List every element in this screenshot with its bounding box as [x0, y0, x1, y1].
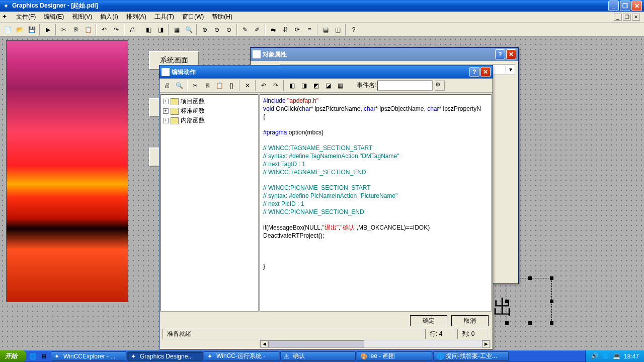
- fliph-button[interactable]: ⇋: [268, 24, 279, 35]
- system-tray[interactable]: 🔊 🌐 💻 18:47: [585, 350, 644, 362]
- start-button[interactable]: 开始: [0, 350, 26, 362]
- task-wincc-runtime[interactable]: ✦WinCC-运行系统 -: [204, 351, 279, 361]
- save-button[interactable]: 💾: [26, 24, 37, 35]
- open-button[interactable]: 📂: [14, 24, 25, 35]
- event-name-input[interactable]: [377, 81, 433, 91]
- close-button[interactable]: ✕: [631, 1, 642, 11]
- task-graphics-designer[interactable]: ✦Graphics Designe...: [127, 351, 203, 361]
- scroll-thumb[interactable]: [268, 340, 364, 347]
- act-delete-button[interactable]: ✕: [242, 80, 253, 91]
- help-button[interactable]: ?: [348, 24, 359, 35]
- task-confirm[interactable]: ⚠确认: [280, 351, 356, 361]
- act-tag3-button[interactable]: ◩: [310, 80, 321, 91]
- prop-close-button[interactable]: ✕: [506, 49, 516, 59]
- menu-window[interactable]: 窗口(W): [178, 12, 208, 22]
- tree-internal-functions[interactable]: +内部函数: [163, 116, 256, 125]
- selection-box[interactable]: [507, 278, 552, 323]
- mdi-minimize-button[interactable]: _: [614, 14, 622, 21]
- act-tag5-button[interactable]: ▦: [335, 80, 346, 91]
- code-hscroll[interactable]: ◀ ▶: [260, 340, 491, 348]
- ql-desktop-icon[interactable]: 🖥: [39, 352, 48, 361]
- new-button[interactable]: 📄: [2, 24, 13, 35]
- mdi-close-button[interactable]: ✕: [632, 14, 640, 21]
- menu-edit[interactable]: 编辑(E): [40, 12, 68, 22]
- undo-button[interactable]: ↶: [99, 24, 110, 35]
- menu-file[interactable]: 文件(F): [12, 12, 40, 22]
- align-button[interactable]: ≡: [304, 24, 315, 35]
- act-redo-button[interactable]: ↷: [270, 80, 281, 91]
- task-wincc-explorer[interactable]: ✦WinCCExplorer - ...: [51, 351, 126, 361]
- tool-a-button[interactable]: ◧: [143, 24, 154, 35]
- task-paint[interactable]: 🎨lee - 画图: [357, 351, 432, 361]
- act-brackets-button[interactable]: {}: [226, 80, 237, 91]
- brush-button[interactable]: ✐: [252, 24, 263, 35]
- print-button[interactable]: 🖨: [127, 24, 138, 35]
- compile-button[interactable]: ⚙: [435, 81, 445, 91]
- expand-icon[interactable]: +: [163, 118, 169, 123]
- expand-icon[interactable]: +: [163, 99, 169, 104]
- tool-b-button[interactable]: ◨: [155, 24, 166, 35]
- menu-arrange[interactable]: 排列(A): [122, 12, 150, 22]
- menu-tools[interactable]: 工具(T): [150, 12, 178, 22]
- tree-standard-functions[interactable]: +标准函数: [163, 106, 256, 116]
- clock[interactable]: 18:47: [624, 353, 639, 360]
- ok-button[interactable]: 确定: [410, 315, 447, 326]
- menu-view[interactable]: 视图(V): [68, 12, 96, 22]
- expand-icon[interactable]: +: [163, 108, 169, 114]
- folder-icon: [171, 108, 179, 115]
- menu-insert[interactable]: 插入(I): [96, 12, 122, 22]
- act-copy-button[interactable]: ⎘: [202, 80, 213, 91]
- ql-ie-icon[interactable]: 🌐: [28, 352, 37, 361]
- wand-button[interactable]: ✎: [239, 24, 251, 35]
- sel-handle-se[interactable]: [550, 321, 553, 325]
- tray-icon-2[interactable]: 🌐: [602, 352, 610, 360]
- redo-button[interactable]: ↷: [111, 24, 122, 35]
- sel-handle-e[interactable]: [550, 300, 553, 303]
- act-tag1-button[interactable]: ◧: [286, 80, 297, 91]
- task-browser[interactable]: 🌐提问-找答案-工业...: [433, 351, 509, 361]
- copy-button[interactable]: ⎘: [70, 24, 82, 35]
- tray-icon-3[interactable]: 💻: [613, 352, 621, 360]
- sunset-image[interactable]: [6, 40, 128, 302]
- sel-handle-w[interactable]: [505, 300, 509, 303]
- menu-help[interactable]: 帮助(H): [208, 12, 236, 22]
- zoomout-button[interactable]: ⊖: [211, 24, 222, 35]
- prop-dlg-titlebar[interactable]: 对象属性 ? ✕: [251, 48, 518, 61]
- run-button[interactable]: ▶: [42, 24, 53, 35]
- act-tag4-button[interactable]: ◪: [323, 80, 334, 91]
- act-cut-button[interactable]: ✂: [190, 80, 201, 91]
- minimize-button[interactable]: _: [608, 1, 619, 11]
- sel-handle-sw[interactable]: [505, 321, 509, 325]
- tray-icon-1[interactable]: 🔊: [591, 352, 599, 360]
- rotate-button[interactable]: ⟳: [292, 24, 303, 35]
- act-paste-button[interactable]: 📋: [214, 80, 225, 91]
- sel-handle-n[interactable]: [528, 276, 532, 280]
- paste-button[interactable]: 📋: [83, 24, 94, 35]
- sel-handle-ne[interactable]: [550, 276, 553, 280]
- layers-button[interactable]: ▤: [320, 24, 331, 35]
- zoomfit-button[interactable]: ⊙: [223, 24, 234, 35]
- scroll-right-icon[interactable]: ▶: [482, 340, 490, 347]
- act-tag2-button[interactable]: ◨: [298, 80, 309, 91]
- obj-button[interactable]: ◫: [332, 24, 343, 35]
- mdi-restore-button[interactable]: ❐: [623, 14, 631, 21]
- zoomin-button[interactable]: ⊕: [199, 24, 210, 35]
- flipv-button[interactable]: ⇵: [280, 24, 291, 35]
- scroll-left-icon[interactable]: ◀: [260, 340, 268, 347]
- function-tree[interactable]: +项目函数 +标准函数 +内部函数: [160, 94, 259, 312]
- action-close-button[interactable]: ✕: [480, 67, 491, 77]
- tree-project-functions[interactable]: +项目函数: [163, 97, 256, 106]
- prop-help-button[interactable]: ?: [495, 49, 505, 59]
- code-editor[interactable]: #include "apdefap.h" void OnClick(char* …: [260, 94, 492, 312]
- action-dlg-titlebar[interactable]: 编辑动作 ? ✕: [159, 65, 493, 79]
- sel-handle-s[interactable]: [528, 321, 532, 325]
- act-print-button[interactable]: 🖨: [162, 80, 173, 91]
- act-undo-button[interactable]: ↶: [258, 80, 269, 91]
- grid-button[interactable]: ▦: [171, 24, 182, 35]
- cancel-button[interactable]: 取消: [451, 315, 489, 326]
- action-help-button[interactable]: ?: [469, 67, 479, 77]
- restore-button[interactable]: ❐: [620, 1, 630, 11]
- zoom-button[interactable]: 🔍: [183, 24, 194, 35]
- cut-button[interactable]: ✂: [58, 24, 69, 35]
- act-preview-button[interactable]: 🔍: [174, 80, 185, 91]
